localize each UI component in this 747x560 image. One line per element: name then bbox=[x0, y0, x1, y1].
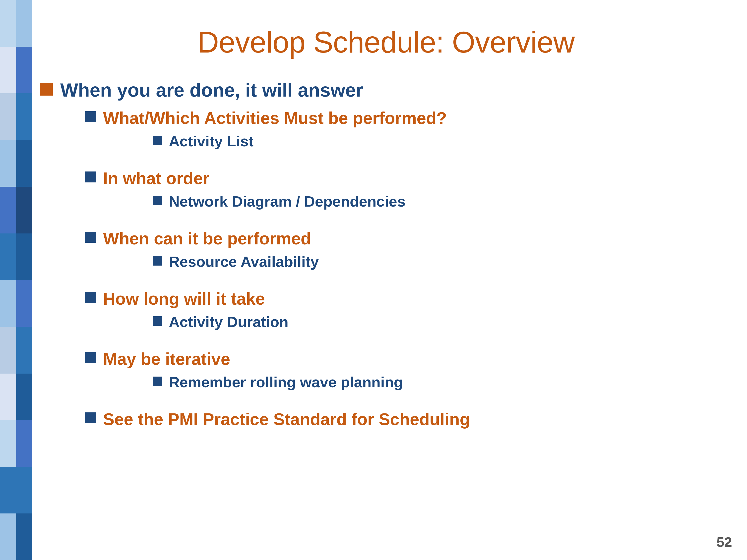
level2-text-6: See the PMI Practice Standard for Schedu… bbox=[103, 409, 470, 429]
bullet-dark-4 bbox=[153, 316, 162, 326]
list-item-level3-4: Activity Duration bbox=[153, 313, 288, 330]
list-item-level2-4: How long will it take Activity Duration bbox=[85, 289, 470, 339]
level3-text-3: Resource Availability bbox=[169, 253, 319, 270]
level2-text-4: How long will it take bbox=[103, 289, 265, 308]
bullet-blue-2 bbox=[85, 171, 96, 182]
level2-text-3: When can it be performed bbox=[103, 229, 311, 248]
list-item-level2-2: In what order Network Diagram / Dependen… bbox=[85, 168, 470, 219]
sub-list-2-2: Network Diagram / Dependencies bbox=[103, 193, 405, 210]
sub-list-2-3: Resource Availability bbox=[103, 253, 319, 270]
list-item-level2-6: See the PMI Practice Standard for Schedu… bbox=[85, 409, 470, 429]
list-item-level2-1: What/Which Activities Must be performed?… bbox=[85, 108, 470, 159]
bullet-blue-1 bbox=[85, 111, 96, 122]
main-content: Develop Schedule: Overview When you are … bbox=[40, 15, 732, 545]
list-item-level2-3: When can it be performed Resource Availa… bbox=[85, 229, 470, 279]
page-number: 52 bbox=[717, 534, 732, 550]
slide-title: Develop Schedule: Overview bbox=[40, 25, 732, 59]
bullet-dark-5 bbox=[153, 377, 162, 386]
list-item-level3-3: Resource Availability bbox=[153, 253, 319, 270]
bullet-blue-6 bbox=[85, 412, 96, 423]
bullet-dark-2 bbox=[153, 196, 162, 205]
bullet-orange-1 bbox=[40, 83, 53, 96]
sub-list-1: What/Which Activities Must be performed?… bbox=[60, 108, 470, 429]
list-item-level1-1: When you are done, it will answer What/W… bbox=[40, 79, 732, 439]
list-item-level3-5: Remember rolling wave planning bbox=[153, 374, 403, 391]
list-item-level3-2: Network Diagram / Dependencies bbox=[153, 193, 405, 210]
level1-text-1: When you are done, it will answer bbox=[60, 79, 363, 101]
left-decorative-strip bbox=[0, 0, 32, 560]
bullet-dark-3 bbox=[153, 256, 162, 266]
level3-text-4: Activity Duration bbox=[169, 313, 288, 330]
list-item-level3-1: Activity List bbox=[153, 133, 447, 150]
content-list: When you are done, it will answer What/W… bbox=[40, 79, 732, 439]
bullet-dark-1 bbox=[153, 136, 162, 145]
level2-text-5: May be iterative bbox=[103, 349, 230, 368]
list-item-level2-5: May be iterative Remember rolling wave p… bbox=[85, 349, 470, 399]
bullet-blue-4 bbox=[85, 292, 96, 303]
sub-list-2-1: Activity List bbox=[103, 133, 447, 150]
sub-list-2-5: Remember rolling wave planning bbox=[103, 374, 403, 391]
bullet-blue-5 bbox=[85, 352, 96, 363]
bullet-blue-3 bbox=[85, 232, 96, 243]
level2-text-1: What/Which Activities Must be performed? bbox=[103, 108, 447, 128]
level3-text-2: Network Diagram / Dependencies bbox=[169, 193, 405, 210]
level2-text-2: In what order bbox=[103, 169, 209, 188]
level3-text-5: Remember rolling wave planning bbox=[169, 374, 403, 391]
sub-list-2-4: Activity Duration bbox=[103, 313, 288, 330]
level3-text-1: Activity List bbox=[169, 133, 254, 150]
